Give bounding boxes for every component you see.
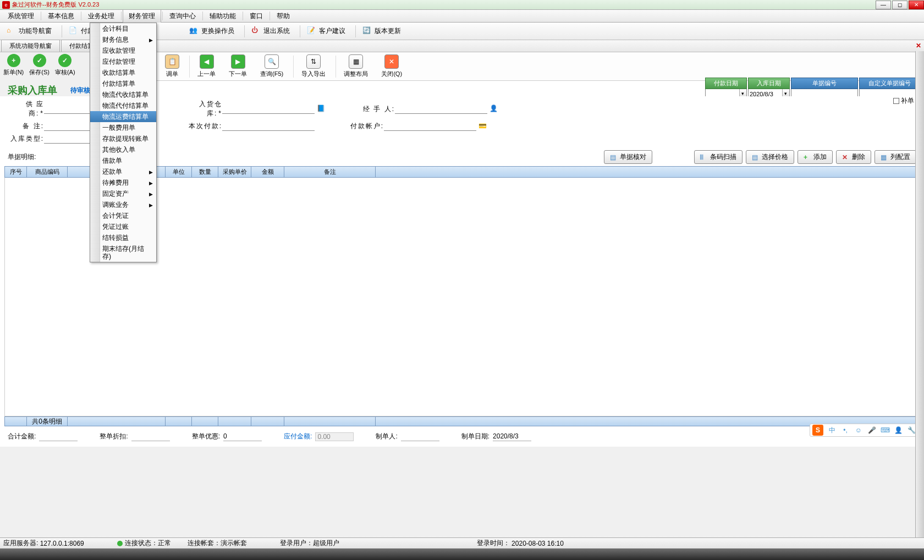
tb-change-operator[interactable]: 👥 更换操作员 [185,25,239,38]
tb-nav-window[interactable]: ⌂ 功能导航窗 [2,25,56,38]
tabs-close-icon[interactable]: ✕ [915,42,922,50]
tb-update[interactable]: 🔄 版本更新 [358,25,405,38]
warehouse-input[interactable] [222,105,315,114]
ime-toolbar[interactable]: S 中 •, ☺ 🎤 ⌨ 👤 🔧 [810,424,921,437]
detail-label: 单据明细: [8,152,36,162]
menu-business[interactable]: 业务处理 [82,10,120,23]
menu-basic[interactable]: 基本信息 [42,10,80,23]
menu-window[interactable]: 窗口 [244,10,268,23]
prev-doc-button[interactable]: ◀ 上一单 [192,53,221,79]
tb-suggest[interactable]: 📝 客户建议 [302,25,350,38]
time-label: 登录时间： [477,539,510,548]
discount-value[interactable] [131,432,170,441]
dd-deferred-expense[interactable]: 待摊费用▶ [90,177,156,188]
thispay-label: 本次付款: [186,122,222,131]
query-button[interactable]: 🔍 查询(F5) [255,53,289,79]
arrow-right-icon: ▶ [149,201,153,209]
check-doc-button[interactable]: ▤ 单据核对 [604,150,652,164]
ime-zhong[interactable]: 中 [827,425,837,435]
menu-finance[interactable]: 财务管理 [123,9,161,23]
card-icon[interactable]: 💳 [479,122,487,131]
minimize-button[interactable]: — [876,1,891,9]
col-index[interactable]: 序号 [5,167,27,177]
next-doc-button[interactable]: ▶ 下一单 [223,53,252,79]
col-price[interactable]: 采购单价 [218,167,251,177]
user-icon[interactable]: 👤 [490,105,498,113]
supplier-label: 供 应 商: [8,100,44,118]
check-doc-icon: ▤ [610,153,618,161]
close-button[interactable]: ✕ [909,1,924,9]
arrow-left-icon: ◀ [200,54,214,69]
ime-mic-icon[interactable]: 🎤 [867,425,877,435]
menu-query[interactable]: 查询中心 [164,10,201,23]
ime-punct-icon[interactable]: •, [840,425,850,435]
intype-label: 入库类型: [8,134,44,144]
new-doc-button[interactable]: + 新单(N) [3,54,24,76]
book-icon[interactable]: 📘 [317,105,326,113]
recall-doc-button[interactable]: 📋 调单 [160,53,185,79]
dd-carry-profit[interactable]: 结转损益 [90,232,156,243]
ime-user-icon[interactable]: 👤 [893,425,903,435]
discount-label: 整单折扣: [100,432,128,441]
dd-payable-mgmt[interactable]: 应付款管理 [90,56,156,67]
handler-input[interactable] [395,105,487,114]
dd-repay[interactable]: 还款单▶ [90,166,156,177]
payable-label[interactable]: 应付金额: [284,432,312,441]
conn-value: 正常 [158,539,171,548]
import-export-button[interactable]: ⇅ 导入导出 [296,53,331,79]
title-bar: e 象过河软件--财务免费版 V2.0.23 — ◻ ✕ [0,0,924,10]
delete-row-button[interactable]: ✕ 删除 [836,150,871,164]
ime-main-icon[interactable]: S [812,425,823,436]
dd-fixed-asset[interactable]: 固定资产▶ [90,188,156,199]
dd-general-expense[interactable]: 一般费用单 [90,122,156,133]
pref-value[interactable]: 0 [223,432,262,441]
dd-voucher-post[interactable]: 凭证过账 [90,221,156,232]
adjust-layout-button[interactable]: ▦ 调整布局 [338,53,373,79]
select-price-button[interactable]: ▤ 选择价格 [746,150,794,164]
dd-receipt-settle[interactable]: 收款结算单 [90,67,156,78]
menu-help[interactable]: 帮助 [271,10,295,23]
barcode-button[interactable]: 𝄃𝄃 条码扫描 [694,150,743,164]
thispay-input[interactable] [222,122,315,131]
dd-logistics-recv-settle[interactable]: 物流代收结算单 [90,89,156,100]
tb-exit[interactable]: ⏻ 退出系统 [247,25,294,38]
dd-receivable-mgmt[interactable]: 应收款管理 [90,45,156,56]
dd-account-subjects[interactable]: 会计科目 [90,23,156,34]
maximize-button[interactable]: ◻ [892,1,908,9]
menu-assist[interactable]: 辅助功能 [204,10,241,23]
totals-row: 合计金额: 整单折扣: 整单优惠: 0 应付金额: 0.00 制单人: 制单日期… [0,426,924,447]
dd-logistics-freight-settle[interactable]: 物流运费结算单 [90,111,156,122]
close-doc-button[interactable]: ✕ 关闭(Q) [376,53,408,79]
dd-other-income[interactable]: 其他收入单 [90,144,156,155]
dd-finance-info[interactable]: 财务信息▶ [90,34,156,45]
users-icon: 👥 [189,26,199,36]
column-config-button[interactable]: ▦ 列配置 [875,150,916,164]
ime-face-icon[interactable]: ☺ [854,425,864,435]
save-doc-button[interactable]: ✓ 保存(S) [29,54,50,76]
audit-doc-button[interactable]: ✓ 审核(A) [55,54,75,76]
col-remark[interactable]: 备注 [284,167,376,177]
dd-logistics-pay-settle[interactable]: 物流代付结算单 [90,100,156,111]
col-amount[interactable]: 金额 [251,167,284,177]
dd-adjust-account[interactable]: 调账业务▶ [90,199,156,210]
dd-voucher[interactable]: 会计凭证 [90,210,156,221]
dd-payment-settle[interactable]: 付款结算单 [90,78,156,89]
close-icon: ✕ [384,54,399,69]
dd-deposit-withdraw[interactable]: 存款提现转账单 [90,133,156,144]
budan-checkbox[interactable]: 补单 [893,96,914,106]
col-qty[interactable]: 数量 [192,167,218,177]
ime-keyboard-icon[interactable]: ⌨ [880,425,890,435]
power-icon: ⏻ [251,26,261,36]
vertical-scrollbar[interactable] [915,51,924,537]
add-row-button[interactable]: + 添加 [798,150,833,164]
account-input[interactable] [384,122,476,131]
dd-period-close[interactable]: 期末结存(月结存) [90,243,156,262]
maker-label: 制单人: [376,432,397,441]
windows-taskbar[interactable] [0,548,924,560]
col-code[interactable]: 商品编码 [27,167,68,177]
col-unit[interactable]: 单位 [166,167,192,177]
update-label: 版本更新 [375,26,401,36]
tab-nav-window[interactable]: 系统功能导航窗 [1,40,60,52]
dd-loan[interactable]: 借款单 [90,155,156,166]
menu-system[interactable]: 系统管理 [2,10,40,23]
